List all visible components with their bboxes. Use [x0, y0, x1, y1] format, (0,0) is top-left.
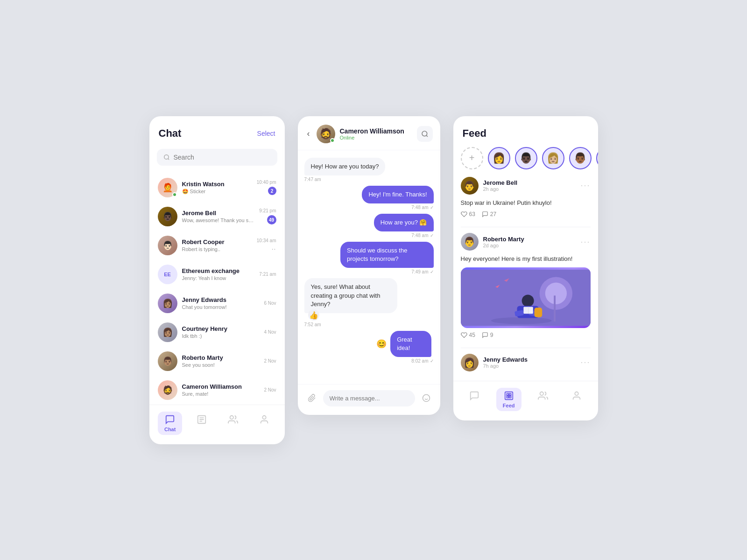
msg-time-3: 7:49 am ✓ — [411, 269, 433, 274]
chat-item-4[interactable]: 👩🏽 Jenny Edwards Chat you tomorrow! 6 No… — [153, 289, 281, 318]
svg-point-8 — [422, 131, 427, 136]
feed-nav-feed[interactable]: Feed — [496, 388, 521, 411]
avatar-2: 👨🏻 — [158, 236, 177, 255]
post-2-more-button[interactable]: ··· — [580, 237, 590, 247]
svg-point-10 — [423, 395, 430, 402]
chat-time-6: 2 Nov — [264, 358, 276, 364]
search-input[interactable] — [174, 154, 271, 161]
nav-profile[interactable] — [253, 412, 276, 435]
chat-info-4: Jenny Edwards Chat you tomorrow! — [182, 296, 260, 310]
message-row-4: Yes, sure! What about creating a group c… — [304, 278, 434, 327]
chat-title: Chat — [159, 127, 182, 140]
post-2-header: 👨 Roberto Marty 2d ago ··· — [461, 233, 591, 251]
story-2[interactable]: 👨🏿 — [515, 147, 537, 169]
chat-time-4: 6 Nov — [264, 301, 276, 306]
svg-point-16 — [491, 317, 551, 324]
convo-search-button[interactable] — [417, 126, 433, 142]
avatar-7: 🧔 — [158, 380, 177, 400]
story-4[interactable]: 👨🏾 — [569, 147, 592, 169]
chat-name-7: Cameron Williamson — [182, 383, 260, 390]
badge-0: 2 — [268, 187, 276, 195]
post-1-more-button[interactable]: ··· — [580, 181, 590, 190]
emoji-button[interactable] — [419, 391, 434, 406]
compose-input[interactable] — [323, 390, 415, 406]
chat-preview-7: Sure, mate! — [182, 391, 260, 397]
search-icon — [163, 154, 170, 161]
chat-bottom-nav: Chat — [149, 405, 285, 444]
post-1-header: 👨 Jerome Bell 2h ago ··· — [461, 177, 591, 195]
messages-area: Hey! How are you today? 7:47 am Hey! I'm… — [298, 150, 440, 384]
story-3[interactable]: 👩🏼 — [542, 147, 564, 169]
svg-rect-28 — [507, 396, 508, 398]
post-divider-1 — [461, 227, 591, 227]
feed-post-3: 👩 Jenny Edwards 7h ago ··· — [461, 354, 591, 371]
svg-point-17 — [521, 294, 534, 307]
nav-chat-label: Chat — [164, 427, 176, 432]
post-2-comment-button[interactable]: 9 — [482, 332, 493, 338]
compose-bar — [298, 384, 440, 415]
chat-preview-2: Robert is typing.. — [182, 246, 252, 252]
post-2-likes: 45 — [469, 332, 475, 338]
post-1-like-button[interactable]: 63 — [461, 211, 475, 217]
add-story-button[interactable]: + — [461, 147, 483, 169]
avatar-1: 👨🏿 — [158, 207, 177, 226]
post-divider-2 — [461, 348, 591, 348]
chat-name-2: Robert Cooper — [182, 238, 252, 245]
chat-time-3: 7:21 am — [259, 272, 276, 277]
message-row-0: Hey! How are you today? 7:47 am — [304, 158, 434, 182]
post-3-header: 👩 Jenny Edwards 7h ago ··· — [461, 354, 591, 371]
feed-nav-chat[interactable] — [463, 388, 486, 411]
chat-meta-7: 2 Nov — [264, 387, 276, 392]
chat-item-1[interactable]: 👨🏿 Jerome Bell Wow, awesome! Thank you s… — [153, 202, 281, 231]
chat-info-5: Courtney Henry Idk tbh :) — [182, 325, 260, 339]
bubble-2: How are you? 🤗 — [374, 214, 434, 231]
screens-container: Chat Select 🧑‍🦰 Kristin Watson 🤩 Sticker… — [131, 88, 617, 472]
post-3-more-button[interactable]: ··· — [580, 357, 590, 367]
msg-time-5: 8:02 am ✓ — [411, 358, 433, 364]
feed-nav-contacts[interactable] — [531, 388, 555, 411]
bubble-0: Hey! How are you today? — [304, 158, 386, 175]
convo-search-icon — [421, 130, 429, 138]
msg-time-1: 7:48 am ✓ — [411, 205, 433, 210]
svg-point-15 — [545, 282, 566, 304]
chat-info-1: Jerome Bell Wow, awesome! Thank you so m… — [182, 210, 255, 223]
post-2-image — [461, 267, 591, 328]
contacts-nav-icon — [228, 414, 238, 425]
convo-user-status: Online — [340, 135, 412, 140]
story-1[interactable]: 👩 — [488, 147, 510, 169]
stories-row: + 👩 👨🏿 👩🏼 👨🏾 👱 — [453, 145, 598, 177]
chat-item-5[interactable]: 👩🏽 Courtney Henry Idk tbh :) 4 Nov — [153, 318, 281, 347]
chat-item-6[interactable]: 👨🏽 Roberto Marty See you soon! 2 Nov — [153, 347, 281, 376]
chat-time-2: 10:34 am — [257, 238, 276, 243]
feed-nav-icon — [504, 391, 514, 401]
back-button[interactable]: ‹ — [305, 127, 312, 140]
chat-meta-6: 2 Nov — [264, 358, 276, 364]
chat-time-5: 4 Nov — [264, 329, 276, 335]
chat-time-1: 9:21 pm — [259, 208, 276, 213]
post-2-actions: 45 9 — [461, 332, 591, 338]
bubble-4: Yes, sure! What about creating a group c… — [304, 278, 397, 313]
feed-nav-profile[interactable] — [565, 388, 588, 411]
post-1-comment-button[interactable]: 27 — [482, 211, 496, 217]
chat-item-2[interactable]: 👨🏻 Robert Cooper Robert is typing.. 10:3… — [153, 231, 281, 260]
nav-notes[interactable] — [190, 412, 213, 435]
select-button[interactable]: Select — [257, 130, 275, 137]
chat-item-0[interactable]: 🧑‍🦰 Kristin Watson 🤩 Sticker 10:40 pm 2 — [153, 173, 281, 202]
svg-line-9 — [426, 135, 428, 137]
chat-info-6: Roberto Marty See you soon! — [182, 354, 260, 368]
svg-rect-24 — [554, 295, 556, 322]
attach-button[interactable] — [304, 391, 319, 406]
message-row-5: 😊 Great idea! 8:02 am ✓ — [304, 331, 434, 364]
feed-chat-icon — [469, 391, 479, 401]
chat-name-4: Jenny Edwards — [182, 296, 260, 303]
post-2-like-button[interactable]: 45 — [461, 332, 475, 338]
nav-contacts[interactable] — [221, 412, 245, 435]
nav-chat[interactable]: Chat — [158, 412, 182, 435]
post-1-user-info: Jerome Bell 2h ago — [483, 179, 576, 192]
post-1-time: 2h ago — [483, 186, 576, 192]
story-5[interactable]: 👱 — [596, 147, 598, 169]
message-row-2: How are you? 🤗 7:48 am ✓ — [304, 214, 434, 238]
chat-item-7[interactable]: 🧔 Cameron Williamson Sure, mate! 2 Nov — [153, 376, 281, 405]
chat-item-3[interactable]: EE Ethereum exchange Jenny: Yeah I know … — [153, 260, 281, 289]
bubble-5: Great idea! — [390, 331, 431, 357]
